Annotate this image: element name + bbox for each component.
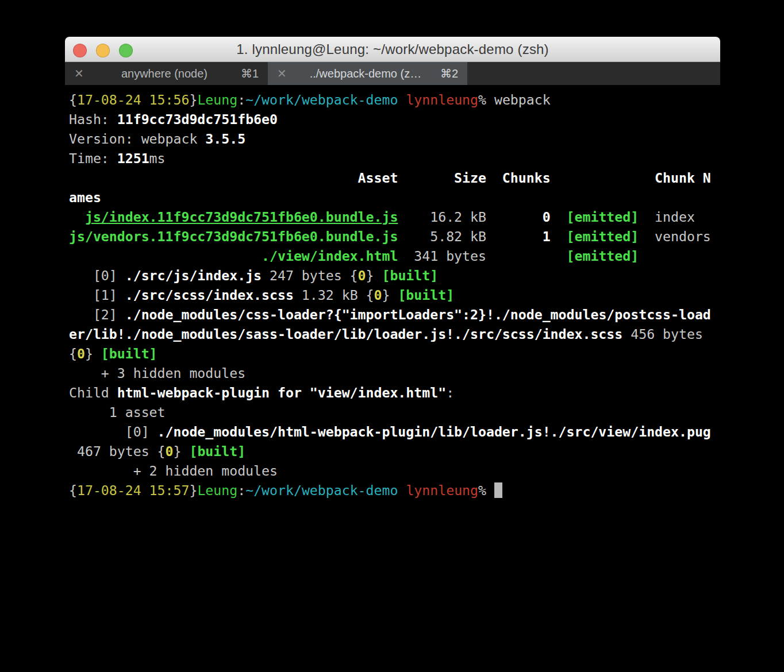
- text-segment: {: [69, 482, 77, 498]
- text-segment: 1251: [117, 150, 149, 166]
- terminal-line: Child html-webpack-plugin for "view/inde…: [69, 383, 718, 403]
- text-segment: 5.82 kB: [398, 229, 542, 244]
- text-segment: ./view/index.html: [262, 248, 398, 264]
- text-segment: }: [85, 346, 101, 361]
- window-title: 1. lynnleung@Leung: ~/work/webpack-demo …: [236, 41, 549, 57]
- text-segment: [398, 482, 406, 498]
- text-segment: ~/work/webpack-demo: [245, 482, 398, 498]
- text-segment: + 2 hidden modules: [69, 463, 278, 478]
- text-segment: [551, 229, 567, 244]
- text-segment: 1.32 kB {: [294, 287, 374, 303]
- text-segment: 0: [543, 209, 551, 225]
- text-segment: ames: [69, 190, 101, 205]
- terminal-line: Hash: 11f9cc73d9dc751fb6e0: [69, 110, 718, 129]
- terminal-output[interactable]: {17-08-24 15:56}Leung:~/work/webpack-dem…: [65, 86, 720, 672]
- text-segment: [emitted]: [567, 229, 639, 244]
- text-segment: [1]: [69, 287, 125, 303]
- text-segment: lynnleung: [406, 92, 478, 107]
- terminal-line: + 3 hidden modules: [69, 364, 718, 383]
- text-segment: ./src/js/index.js: [125, 268, 262, 283]
- text-segment: [emitted]: [567, 248, 639, 264]
- text-segment: 0: [358, 268, 366, 283]
- text-segment: {: [69, 346, 77, 361]
- terminal-line: + 2 hidden modules: [69, 461, 718, 481]
- tab-anywhere-node[interactable]: ✕ anywhere (node) ⌘1: [65, 62, 268, 85]
- traffic-lights: [73, 44, 133, 57]
- tab-shortcut: ⌘2: [440, 67, 458, 80]
- text-segment: %: [478, 482, 494, 498]
- terminal-line: er/lib!./node_modules/sass-loader/lib/lo…: [69, 325, 718, 344]
- tab-label: ../webpack-demo (z…: [294, 67, 437, 80]
- text-segment: 3.5.5: [205, 131, 245, 146]
- text-segment: index: [639, 209, 695, 225]
- terminal-window: 1. lynnleung@Leung: ~/work/webpack-demo …: [65, 37, 720, 672]
- text-segment: 467 bytes {: [69, 443, 166, 459]
- text-segment: Time:: [69, 150, 117, 166]
- text-segment: [built]: [101, 346, 157, 361]
- text-segment: ms: [149, 150, 166, 166]
- text-segment: }: [366, 268, 382, 283]
- text-segment: [built]: [189, 443, 245, 459]
- text-segment: [0]: [69, 268, 125, 283]
- terminal-line: js/index.11f9cc73d9dc751fb6e0.bundle.js …: [69, 207, 718, 227]
- terminal-line: [1] ./src/scss/index.scss 1.32 kB {0} [b…: [69, 285, 718, 305]
- text-segment: Leung: [197, 482, 237, 498]
- text-segment: % webpack: [478, 92, 551, 107]
- tab-close-icon[interactable]: ✕: [277, 67, 294, 80]
- zoom-button[interactable]: [119, 44, 133, 57]
- text-segment: :: [446, 385, 454, 400]
- terminal-cursor: [494, 482, 502, 498]
- text-segment: }: [382, 287, 398, 303]
- minimize-button[interactable]: [96, 44, 110, 57]
- text-segment: 247 bytes {: [262, 268, 358, 283]
- terminal-line: [2] ./node_modules/css-loader?{"importLo…: [69, 305, 718, 325]
- terminal-line: js/vendors.11f9cc73d9dc751fb6e0.bundle.j…: [69, 227, 718, 246]
- tab-shortcut: ⌘1: [241, 67, 259, 80]
- text-segment: [69, 209, 85, 225]
- terminal-line: ames: [69, 188, 718, 207]
- text-segment: [2]: [69, 307, 125, 322]
- text-segment: Hash:: [69, 111, 117, 127]
- text-segment: 16.2 kB: [398, 209, 542, 225]
- text-segment: 341 bytes: [398, 248, 566, 264]
- text-segment: Child: [69, 385, 117, 400]
- text-segment: lynnleung: [406, 482, 478, 498]
- text-segment: [398, 92, 406, 107]
- text-segment: 1 asset: [69, 404, 166, 420]
- terminal-line: 1 asset: [69, 403, 718, 422]
- text-segment: [built]: [398, 287, 454, 303]
- text-segment: ./node_modules/css-loader?{"importLoader…: [125, 307, 711, 322]
- text-segment: }: [189, 92, 197, 107]
- tab-webpack-demo[interactable]: ✕ ../webpack-demo (z… ⌘2: [268, 62, 467, 85]
- text-segment: 17-08-24 15:57: [77, 482, 189, 498]
- terminal-line: {17-08-24 15:56}Leung:~/work/webpack-dem…: [69, 90, 718, 110]
- text-segment: Version: webpack: [69, 131, 205, 146]
- text-segment: ./src/scss/index.scss: [125, 287, 294, 303]
- terminal-line: [0] ./src/js/index.js 247 bytes {0} [bui…: [69, 266, 718, 285]
- text-segment: :: [237, 482, 245, 498]
- terminal-line: {17-08-24 15:57}Leung:~/work/webpack-dem…: [69, 481, 718, 500]
- text-segment: ~/work/webpack-demo: [245, 92, 398, 107]
- close-button[interactable]: [73, 44, 87, 57]
- text-segment: [built]: [382, 268, 438, 283]
- text-segment: }: [174, 443, 190, 459]
- title-bar[interactable]: 1. lynnleung@Leung: ~/work/webpack-demo …: [65, 37, 720, 62]
- text-segment: [69, 248, 262, 264]
- text-segment: ./node_modules/html-webpack-plugin/lib/l…: [157, 424, 711, 439]
- text-segment: 0: [77, 346, 85, 361]
- terminal-line: Asset Size Chunks Chunk N: [69, 168, 718, 188]
- tab-label: anywhere (node): [91, 67, 237, 80]
- text-segment: html-webpack-plugin for "view/index.html…: [117, 385, 446, 400]
- terminal-line: {0} [built]: [69, 344, 718, 364]
- text-segment: 11f9cc73d9dc751fb6e0: [117, 111, 278, 127]
- terminal-line: Version: webpack 3.5.5: [69, 129, 718, 149]
- text-segment: 0: [374, 287, 382, 303]
- text-segment: 1: [543, 229, 551, 244]
- text-segment: [0]: [69, 424, 157, 439]
- text-segment: }: [189, 482, 197, 498]
- terminal-line: ./view/index.html 341 bytes [emitted]: [69, 246, 718, 266]
- text-segment: 0: [166, 443, 174, 459]
- terminal-line: Time: 1251ms: [69, 149, 718, 168]
- tab-close-icon[interactable]: ✕: [74, 67, 91, 80]
- tab-bar: ✕ anywhere (node) ⌘1 ✕ ../webpack-demo (…: [65, 62, 720, 85]
